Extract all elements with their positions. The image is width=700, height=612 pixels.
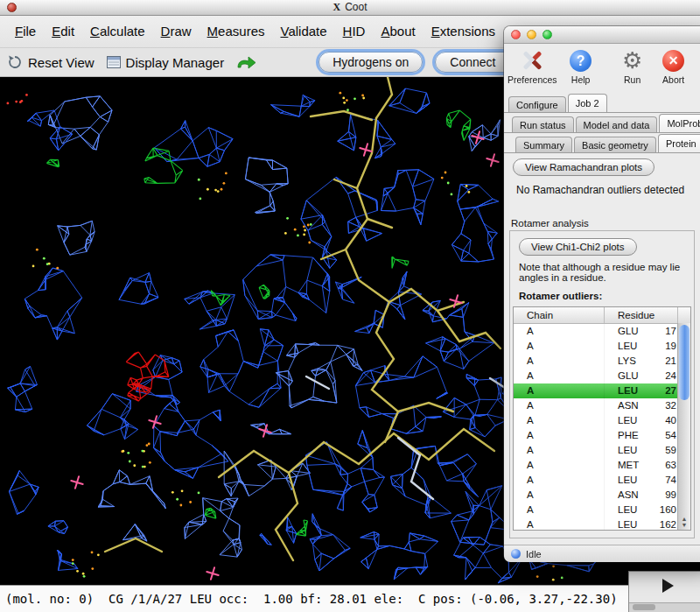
atom-status-text: (mol. no: 0) CG /1/A/27 LEU occ: 1.00 bf… <box>5 592 618 606</box>
reset-view-button[interactable]: Reset View <box>28 55 94 70</box>
rotamer-outlier-row[interactable]: AASN32 <box>514 398 690 413</box>
rotamer-outlier-row[interactable]: APHE54 <box>514 428 690 443</box>
tab-protein[interactable]: Protein <box>658 134 700 152</box>
menu-about[interactable]: About <box>373 24 423 39</box>
rotamer-outlier-row[interactable]: ALYS21 <box>514 354 690 369</box>
tab-summary[interactable]: Summary <box>515 137 572 152</box>
table-body: AGLU17ALEU19ALYS21AGLU24ALEU27AASN32ALEU… <box>514 324 690 531</box>
gear-icon: ⚙ <box>620 48 646 73</box>
green-arrow-icon[interactable] <box>236 55 257 69</box>
panel-titlebar[interactable] <box>504 26 700 44</box>
chain-column-header[interactable]: Chain <box>514 307 605 323</box>
rotamer-note-line2: angles in a residue. <box>519 272 694 283</box>
tab-configure[interactable]: Configure <box>508 96 566 112</box>
display-manager-button[interactable]: Display Manager <box>126 55 225 70</box>
rotamer-analysis-label: Rotamer analysis <box>511 218 700 229</box>
panel-close-button[interactable] <box>511 30 521 39</box>
tab-job-2[interactable]: Job 2 <box>568 94 607 112</box>
rotamer-outlier-row[interactable]: ALEU59 <box>514 443 690 458</box>
panel-minimize-button[interactable] <box>527 30 536 39</box>
panel-status-text: Idle <box>526 549 542 559</box>
rotamer-outlier-row[interactable]: ALEU74 <box>514 473 690 488</box>
table-header: Chain Residue <box>514 307 690 324</box>
tab-run-status[interactable]: Run status <box>512 116 574 132</box>
rotamer-outlier-row[interactable]: AMET63 <box>514 458 690 473</box>
x11-icon: X <box>332 1 340 13</box>
menu-draw[interactable]: Draw <box>153 24 200 39</box>
menu-calculate[interactable]: Calculate <box>82 24 153 39</box>
display-manager-icon <box>107 56 121 68</box>
menu-extensions[interactable]: Extensions <box>424 24 503 39</box>
abort-button[interactable]: ✕ Abort <box>650 48 697 85</box>
rotamer-outlier-row[interactable]: AGLU24 <box>514 369 690 383</box>
scrollbar-thumb[interactable] <box>633 604 655 610</box>
help-button[interactable]: ? Help <box>557 48 605 85</box>
rotamer-outlier-row[interactable]: ALEU162 <box>514 517 690 531</box>
table-vertical-scrollbar[interactable]: ▲▼ <box>677 323 690 530</box>
play-button[interactable] <box>662 579 674 593</box>
menu-edit[interactable]: Edit <box>44 24 82 39</box>
view-ramachandran-plots-button[interactable]: View Ramachandran plots <box>513 158 654 176</box>
rotamer-outlier-row[interactable]: ALEU27 <box>514 383 690 398</box>
status-bar: (mol. no: 0) CG /1/A/27 LEU occ: 1.00 bf… <box>0 585 700 612</box>
rotamer-note-line1: Note that although a residue may lie <box>519 262 694 272</box>
tabs-section: SummaryBasic geometryProteinC <box>504 133 700 153</box>
protein-tab-page: View Ramachandran plots No Ramachandran … <box>504 153 700 545</box>
tab-molprobity[interactable]: MolProbity <box>659 114 700 132</box>
menu-validate[interactable]: Validate <box>272 24 334 39</box>
tabs-job: Run statusModel and dataMolProbity <box>504 113 700 133</box>
rotamer-outlier-row[interactable]: ALEU160 <box>514 503 690 517</box>
menu-measures[interactable]: Measures <box>200 24 273 39</box>
run-button[interactable]: ⚙ Run <box>615 48 650 85</box>
panel-status-bar: Idle <box>504 545 700 562</box>
menu-hid[interactable]: HID <box>335 24 374 39</box>
panel-toolbar: Preferences ? Help ⚙ Run ✕ Abort <box>504 44 700 93</box>
horizontal-scrollbar[interactable] <box>629 602 700 612</box>
rotamer-frame: View Chi1-Chi2 plots Note that although … <box>509 230 695 538</box>
preferences-icon <box>519 48 545 73</box>
window-title: XCoot <box>0 0 700 15</box>
menu-file[interactable]: File <box>7 24 44 39</box>
header-filler <box>678 307 690 323</box>
status-indicator-icon <box>511 549 521 559</box>
rotamer-outliers-label: Rotamer outliers: <box>519 291 694 301</box>
corner-widget <box>628 571 700 612</box>
abort-icon: ✕ <box>662 50 684 72</box>
rotamer-outlier-row[interactable]: AGLU17 <box>514 324 690 339</box>
molprobity-window: Preferences ? Help ⚙ Run ✕ Abort Configu… <box>504 26 700 560</box>
scrollbar-thumb[interactable] <box>679 325 690 400</box>
scrollbar-arrows[interactable]: ▲▼ <box>678 516 690 528</box>
hydrogens-toggle-button[interactable]: Hydrogens on <box>318 52 423 73</box>
tab-basic-geometry[interactable]: Basic geometry <box>574 137 656 152</box>
tabs-main: ConfigureJob 2 <box>504 93 700 113</box>
preferences-button[interactable]: Preferences <box>508 48 557 85</box>
window-titlebar[interactable]: XCoot <box>0 0 700 16</box>
ramachandran-status-text: No Ramachandran outliers detected <box>516 184 700 196</box>
panel-zoom-button[interactable] <box>542 30 552 39</box>
rotamer-outlier-row[interactable]: ALEU40 <box>514 413 690 428</box>
residue-column-header[interactable]: Residue <box>605 307 678 323</box>
help-icon: ? <box>570 50 592 72</box>
rotamer-outliers-table: Chain Residue AGLU17ALEU19ALYS21AGLU24AL… <box>513 306 691 531</box>
view-chi1-chi2-plots-button[interactable]: View Chi1-Chi2 plots <box>519 238 637 256</box>
rotamer-outlier-row[interactable]: ALEU19 <box>514 339 690 354</box>
reset-view-icon <box>7 54 23 70</box>
rotamer-outlier-row[interactable]: AASN99 <box>514 488 690 503</box>
tab-model-and-data[interactable]: Model and data <box>576 116 658 132</box>
